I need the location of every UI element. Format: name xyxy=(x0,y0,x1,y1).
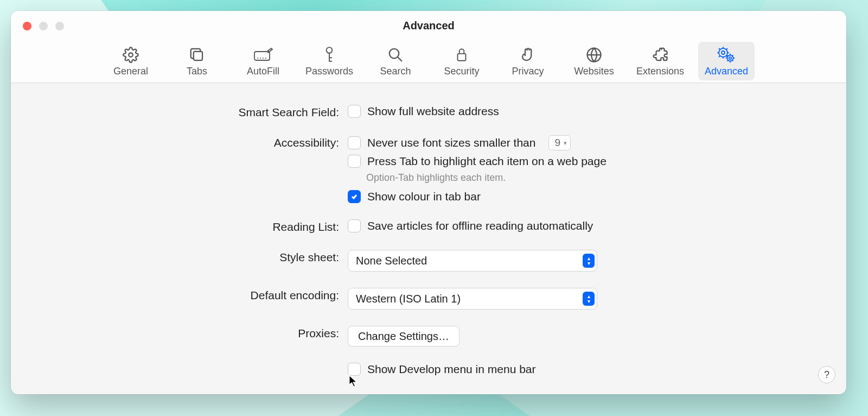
tabs-icon xyxy=(189,46,205,64)
checkbox-label: Show Develop menu in menu bar xyxy=(367,363,536,376)
window-title: Advanced xyxy=(11,20,846,32)
tab-label: Tabs xyxy=(187,66,207,77)
tab-label: General xyxy=(113,66,148,77)
traffic-lights xyxy=(23,22,64,30)
magnifying-glass-icon xyxy=(387,46,404,64)
min-font-size-value: 9 xyxy=(554,137,560,149)
section-label-empty xyxy=(33,363,348,364)
tab-label: AutoFill xyxy=(247,66,279,77)
section-label-smart-search: Smart Search Field: xyxy=(33,105,348,119)
tab-label: Passwords xyxy=(305,66,353,77)
preferences-content: Smart Search Field: Show full website ad… xyxy=(11,83,846,393)
default-encoding-value: Western (ISO Latin 1) xyxy=(356,293,461,305)
titlebar: Advanced xyxy=(11,11,846,41)
help-button[interactable]: ? xyxy=(818,366,835,383)
default-encoding-popup[interactable]: Western (ISO Latin 1) ▴▾ xyxy=(348,288,597,310)
style-sheet-popup[interactable]: None Selected ▴▾ xyxy=(348,250,597,272)
tab-label: Search xyxy=(380,66,411,77)
checkbox-colour-tab-bar[interactable] xyxy=(348,190,361,203)
checkbox-show-develop-menu[interactable] xyxy=(348,363,361,376)
tab-label: Security xyxy=(444,66,479,77)
tab-search[interactable]: Search xyxy=(367,42,424,80)
tab-privacy[interactable]: Privacy xyxy=(500,42,556,80)
key-icon xyxy=(322,46,336,64)
svg-rect-1 xyxy=(194,52,202,60)
section-label-reading-list: Reading List: xyxy=(33,219,348,234)
tab-label: Privacy xyxy=(512,66,544,77)
svg-point-13 xyxy=(729,57,731,59)
svg-point-11 xyxy=(722,51,725,54)
globe-icon xyxy=(586,46,602,64)
checkbox-tab-highlight[interactable] xyxy=(348,155,361,168)
window-zoom-button[interactable] xyxy=(55,22,64,30)
change-proxy-settings-button[interactable]: Change Settings… xyxy=(348,326,459,346)
hand-icon xyxy=(520,46,536,64)
tab-general[interactable]: General xyxy=(103,42,159,80)
svg-point-5 xyxy=(263,58,264,59)
checkbox-label: Save articles for offline reading automa… xyxy=(367,219,593,232)
tab-highlight-hint: Option-Tab highlights each item. xyxy=(366,172,607,184)
chevron-down-icon: ▾ xyxy=(564,140,567,147)
checkbox-label: Never use font sizes smaller than xyxy=(367,136,535,149)
section-label-accessibility: Accessibility: xyxy=(33,135,348,149)
preferences-toolbar: General Tabs AutoFill Passwords xyxy=(11,41,846,83)
tab-label: Advanced xyxy=(705,66,748,77)
preferences-window: Advanced General Tabs AutoFill xyxy=(11,11,846,394)
section-label-style-sheet: Style sheet: xyxy=(33,250,348,264)
svg-point-6 xyxy=(265,58,266,59)
window-close-button[interactable] xyxy=(23,22,31,30)
tab-autofill[interactable]: AutoFill xyxy=(235,42,291,80)
popup-stepper-icon: ▴▾ xyxy=(583,254,595,268)
tab-security[interactable]: Security xyxy=(433,42,490,80)
min-font-size-select[interactable]: 9 ▾ xyxy=(548,135,571,150)
gear-icon xyxy=(123,46,139,64)
autofill-icon xyxy=(253,46,273,64)
popup-stepper-icon: ▴▾ xyxy=(583,292,595,306)
checkbox-show-full-address[interactable] xyxy=(348,105,361,118)
checkbox-label: Show full website address xyxy=(367,105,499,118)
window-minimize-button[interactable] xyxy=(39,22,48,30)
svg-point-3 xyxy=(257,58,258,59)
gears-icon xyxy=(717,46,736,64)
svg-point-0 xyxy=(129,53,133,57)
puzzle-icon xyxy=(652,46,668,64)
tab-extensions[interactable]: Extensions xyxy=(632,42,688,80)
tab-advanced[interactable]: Advanced xyxy=(698,42,755,80)
style-sheet-value: None Selected xyxy=(356,255,427,267)
checkbox-label: Show colour in tab bar xyxy=(367,190,481,203)
svg-point-7 xyxy=(327,47,333,53)
svg-rect-2 xyxy=(254,52,270,60)
tab-websites[interactable]: Websites xyxy=(566,42,622,80)
tab-label: Extensions xyxy=(636,66,684,77)
tab-label: Websites xyxy=(574,66,614,77)
checkbox-label: Press Tab to highlight each item on a we… xyxy=(367,155,607,168)
checkbox-min-font-size[interactable] xyxy=(348,136,361,149)
svg-rect-9 xyxy=(458,54,466,61)
section-label-default-encoding: Default encoding: xyxy=(33,288,348,302)
lock-icon xyxy=(455,46,469,64)
tab-tabs[interactable]: Tabs xyxy=(169,42,225,80)
section-label-proxies: Proxies: xyxy=(33,326,348,340)
tab-passwords[interactable]: Passwords xyxy=(301,42,358,80)
checkbox-save-offline[interactable] xyxy=(348,219,361,232)
svg-point-4 xyxy=(260,58,261,59)
